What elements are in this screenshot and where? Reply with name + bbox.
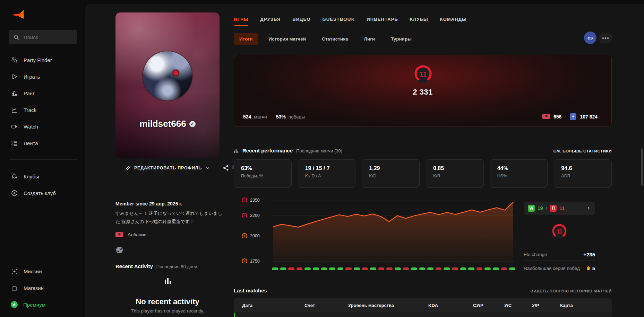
share-button[interactable] <box>221 163 230 172</box>
username: mildset666 <box>139 118 186 129</box>
sidebar-item-play[interactable]: Играть <box>0 69 85 85</box>
elo-chart: 1123501022009200081750 W 19 / П 1 <box>234 191 612 279</box>
column-date[interactable]: Дата <box>242 303 304 308</box>
search-icon <box>14 34 19 40</box>
loss-pill <box>436 267 442 270</box>
recent-performance-header: Recent performance Последние матчи (30) … <box>234 148 612 153</box>
win-pill <box>509 267 515 270</box>
sidebar-item-clubs[interactable]: Клубы <box>0 168 85 184</box>
steam-icon[interactable] <box>115 246 123 254</box>
win-pill <box>395 267 401 270</box>
sidebar-item-label: Watch <box>24 124 38 130</box>
win-pill <box>493 267 499 270</box>
bars-icon <box>234 148 239 153</box>
country-rank-value: 656 <box>553 114 561 120</box>
y-axis-tick-level-9: 92000 <box>241 233 260 239</box>
tab-inventory[interactable]: ИНВЕНТАРЬ <box>367 17 398 26</box>
stat-card-kr: 0.85K/R <box>426 159 484 188</box>
svg-text:11: 11 <box>243 199 246 201</box>
y-axis-tick-level-11: 112350 <box>241 197 260 203</box>
stat-card-adr: 94.6ADR <box>554 159 612 188</box>
avatar[interactable] <box>143 51 192 100</box>
column-kpr[interactable]: У/Р <box>532 303 560 308</box>
subtab-match-history[interactable]: История матчей <box>263 33 311 45</box>
more-options-button[interactable] <box>599 33 612 43</box>
game-subtabs: Итоги История матчей Статистика Лиги Тур… <box>234 33 417 45</box>
sidebar-item-track[interactable]: Track <box>0 102 85 118</box>
performance-stats: 63%Победы, % 19 / 15 / 7K / D / A 1.29K/… <box>234 159 612 188</box>
loss-pill <box>403 267 409 270</box>
win-pill <box>370 267 376 270</box>
loss-pill <box>378 267 385 270</box>
country-row: Албания <box>115 232 146 237</box>
svg-text:11: 11 <box>556 228 562 235</box>
tab-clubs[interactable]: КЛУБЫ <box>410 17 428 26</box>
subtab-stats[interactable]: Статистика <box>316 33 353 45</box>
tab-friends[interactable]: ДРУЗЬЯ <box>260 17 281 26</box>
page-scrollbar[interactable] <box>641 148 643 186</box>
region-rank-value: 107 824 <box>580 114 598 120</box>
faceit-logo[interactable] <box>11 10 24 19</box>
sidebar-item-premium[interactable]: ★ Премиум <box>0 297 85 312</box>
sidebar-item-create-club[interactable]: Создать клуб <box>0 185 85 201</box>
sidebar-item-label: Премиум <box>23 302 45 308</box>
win-pill <box>280 267 286 270</box>
member-since: Member since 29 апр. 2025 г. <box>115 201 182 206</box>
tab-teams[interactable]: КОМАНДЫ <box>440 17 467 26</box>
column-kr[interactable]: СУ/Р <box>473 303 504 308</box>
main-column: ИГРЫ ДРУЗЬЯ ВИДЕО GUESTBOOK ИНВЕНТАРЬ КЛ… <box>234 4 612 317</box>
win-pill <box>484 267 491 270</box>
tab-videos[interactable]: ВИДЕО <box>292 17 310 26</box>
column-score[interactable]: Счет <box>304 303 348 308</box>
sidebar: Party Finder Играть Ранг Track Watch Лен… <box>0 0 85 317</box>
sidebar-item-rank[interactable]: Ранг <box>0 85 85 101</box>
sidebar-item-label: Создать клуб <box>24 190 56 196</box>
full-match-history-link[interactable]: ВИДЕТЬ ПОЛНУЮ ИСТОРИЮ МАТЧЕЙ <box>530 289 612 293</box>
see-more-stats-link[interactable]: СМ. БОЛЬШЕ СТАТИСТИКИ <box>553 149 612 153</box>
region-rank-icon: ✦ <box>570 113 576 120</box>
sidebar-item-feed[interactable]: Лента <box>0 135 85 151</box>
sidebar-item-watch[interactable]: Watch <box>0 118 85 134</box>
sidebar-item-label: Лента <box>24 140 38 146</box>
tab-games[interactable]: ИГРЫ <box>234 17 249 26</box>
no-activity-title: No recent activity <box>115 297 220 306</box>
svg-text:11: 11 <box>420 70 427 78</box>
win-loss-box[interactable]: W 19 / П 11 <box>524 202 595 215</box>
column-skill-level[interactable]: Уровень мастерства <box>348 303 428 308</box>
sidebar-item-label: Ранг <box>24 90 35 96</box>
win-pill <box>411 267 417 270</box>
profile-bio: すみません～！ 迷子になっていて遅れてしまいました 篠原さんの下っ端の鈴屋柔造で… <box>115 209 224 226</box>
matches-count: 524 матчи <box>243 114 267 120</box>
sidebar-item-missions[interactable]: Миссии <box>0 263 85 279</box>
tab-guestbook[interactable]: GUESTBOOK <box>323 17 355 26</box>
summary-panel: W 19 / П 11 11 Elo change +235 Наибольша… <box>524 191 596 279</box>
shop-icon <box>11 284 18 292</box>
search-input[interactable] <box>24 34 69 40</box>
edit-profile-button[interactable]: РЕДАКТИРОВАТЬ ПРОФИЛЬ <box>115 163 220 173</box>
level-badge: 11 <box>413 64 433 83</box>
subtab-tournaments[interactable]: Турниры <box>385 33 417 45</box>
loss-pill <box>386 267 393 270</box>
loss-pill <box>501 267 507 270</box>
column-map[interactable]: Карта <box>560 303 612 308</box>
loss-pill <box>288 267 294 270</box>
column-kda[interactable]: KDA <box>428 303 473 308</box>
search-box[interactable] <box>9 30 77 44</box>
win-pill <box>468 267 474 270</box>
subtab-summary[interactable]: Итоги <box>234 33 258 45</box>
pencil-icon <box>125 165 131 171</box>
table-row[interactable] <box>234 313 612 317</box>
chevron-down-icon <box>205 166 210 170</box>
cs2-game-icon[interactable]: cs <box>584 32 596 44</box>
sidebar-divider <box>9 159 77 160</box>
win-pill <box>329 267 335 270</box>
wins-badge: W <box>528 205 535 212</box>
stat-card-kd: 1.29K/D <box>362 159 420 188</box>
sidebar-item-party-finder[interactable]: Party Finder <box>0 52 85 68</box>
streak-count: 5 <box>592 265 595 271</box>
column-kd[interactable]: У/С <box>504 303 532 308</box>
sidebar-item-shop[interactable]: Магазин <box>0 280 85 296</box>
sidebar-item-label: Играть <box>24 74 40 80</box>
subtab-leagues[interactable]: Лиги <box>358 33 380 45</box>
win-pill <box>313 267 319 270</box>
